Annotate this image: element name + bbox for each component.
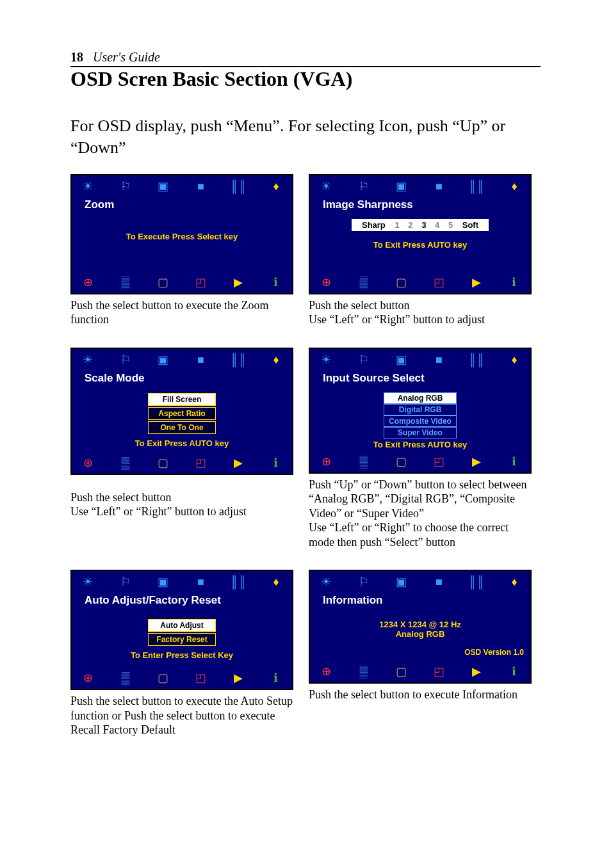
scale-2: 2	[408, 220, 412, 230]
pattern-icon: ▒	[353, 454, 375, 469]
osd-hint: To Exit Press AUTO key	[310, 240, 530, 250]
info-icon: ℹ	[265, 671, 287, 685]
sharp-right-label: Soft	[462, 220, 478, 230]
diamond-icon: ♦	[503, 575, 525, 589]
zoom-in-icon: ⊕	[77, 456, 99, 470]
grid-icon: ◰	[190, 275, 211, 289]
mode-text: Analog RGB	[310, 629, 530, 639]
play-icon: ▶	[466, 664, 487, 679]
screen-icon: ■	[428, 575, 450, 589]
osd-hint: To Exit Press AUTO key	[310, 440, 530, 449]
window-icon: ▣	[391, 179, 412, 193]
scale-1: 1	[395, 220, 399, 230]
window-icon: ▣	[391, 575, 412, 589]
option-analog-rgb[interactable]: Analog RGB	[384, 392, 457, 404]
osd-title: Auto Adjust/Factory Reset	[72, 591, 292, 612]
flag-icon: ⚐	[353, 353, 375, 367]
pattern-icon: ▒	[353, 275, 375, 289]
sharp-left-label: Sharp	[362, 220, 386, 230]
osd-hint: To Execute Press Select key	[72, 232, 292, 241]
info-icon: ℹ	[503, 275, 525, 289]
square-icon: ▢	[152, 671, 174, 685]
screen-icon: ■	[190, 353, 211, 367]
bottom-icon-bar: ⊕ ▒ ▢ ◰ ▶ ℹ	[310, 452, 530, 472]
top-icon-bar: ☀ ⚐ ▣ ■ ║║ ♦	[310, 571, 530, 591]
flag-icon: ⚐	[353, 575, 375, 589]
top-icon-bar: ☀ ⚐ ▣ ■ ║║ ♦	[72, 349, 292, 369]
flag-icon: ⚐	[115, 179, 136, 193]
option-aspect-ratio[interactable]: Aspect Ratio	[148, 407, 216, 420]
pattern-icon: ▒	[115, 671, 136, 685]
info-icon: ℹ	[503, 454, 525, 469]
info-caption: Push the select button to execute Inform…	[309, 687, 532, 702]
option-fill-screen[interactable]: Fill Screen	[148, 393, 216, 406]
info-icon: ℹ	[265, 275, 287, 289]
play-icon: ▶	[466, 454, 487, 469]
square-icon: ▢	[391, 275, 412, 289]
square-icon: ▢	[152, 275, 174, 289]
option-super-video[interactable]: Super Video	[384, 427, 457, 438]
osd-title: Input Source Select	[310, 369, 530, 390]
zoom-caption: Push the select button to execute the Zo…	[70, 298, 293, 327]
bars-icon: ║║	[227, 353, 249, 367]
bottom-icon-bar: ⊕ ▒ ▢ ◰ ▶ ℹ	[310, 273, 530, 293]
option-digital-rgb[interactable]: Digital RGB	[384, 404, 457, 415]
osd-version: OSD Version 1.0	[310, 648, 530, 657]
info-icon: ℹ	[503, 664, 525, 679]
option-factory-reset[interactable]: Factory Reset	[148, 633, 216, 646]
square-icon: ▢	[391, 454, 412, 469]
play-icon: ▶	[227, 456, 249, 470]
brightness-icon: ☀	[315, 353, 337, 367]
play-icon: ▶	[466, 275, 487, 289]
osd-hint: To Enter Press Select Key	[72, 650, 292, 660]
osd-input-panel: ☀ ⚐ ▣ ■ ║║ ♦ Input Source Select Analog …	[309, 348, 532, 474]
diamond-icon: ♦	[265, 575, 287, 589]
play-icon: ▶	[227, 275, 249, 289]
grid-icon: ◰	[428, 454, 450, 469]
osd-auto-panel: ☀ ⚐ ▣ ■ ║║ ♦ Auto Adjust/Factory Reset A…	[70, 570, 293, 690]
running-header: 18 User's Guide	[70, 50, 541, 67]
grid-icon: ◰	[428, 275, 450, 289]
diamond-icon: ♦	[503, 353, 525, 367]
scale-caption: Push the select button Use “Left” or “Ri…	[70, 490, 293, 519]
window-icon: ▣	[152, 179, 174, 193]
sharpness-slider[interactable]: Sharp 1 2 3 4 5 Soft	[352, 219, 489, 231]
option-one-to-one[interactable]: One To One	[148, 421, 216, 434]
zoom-in-icon: ⊕	[77, 275, 99, 289]
top-icon-bar: ☀ ⚐ ▣ ■ ║║ ♦	[72, 571, 292, 591]
brightness-icon: ☀	[77, 179, 99, 193]
osd-sharpness-panel: ☀ ⚐ ▣ ■ ║║ ♦ Image Sharpness Sharp 1 2 3…	[309, 174, 532, 294]
flag-icon: ⚐	[115, 353, 136, 367]
page-number: 18	[70, 50, 83, 64]
window-icon: ▣	[391, 353, 412, 367]
diamond-icon: ♦	[503, 179, 525, 193]
grid-icon: ◰	[190, 671, 211, 685]
window-icon: ▣	[152, 353, 174, 367]
screen-icon: ■	[190, 575, 211, 589]
bars-icon: ║║	[227, 179, 249, 193]
option-auto-adjust[interactable]: Auto Adjust	[148, 619, 216, 632]
diamond-icon: ♦	[265, 353, 287, 367]
pattern-icon: ▒	[353, 664, 375, 679]
brightness-icon: ☀	[315, 575, 337, 589]
bottom-icon-bar: ⊕ ▒ ▢ ◰ ▶ ℹ	[72, 668, 292, 689]
section-title: OSD Scren Basic Section (VGA)	[70, 67, 541, 91]
top-icon-bar: ☀ ⚐ ▣ ■ ║║ ♦	[310, 349, 530, 369]
square-icon: ▢	[152, 456, 174, 470]
zoom-in-icon: ⊕	[77, 671, 99, 685]
osd-scale-panel: ☀ ⚐ ▣ ■ ║║ ♦ Scale Mode Fill Screen Aspe…	[70, 348, 293, 475]
bars-icon: ║║	[466, 353, 487, 367]
pattern-icon: ▒	[115, 456, 136, 470]
bars-icon: ║║	[227, 575, 249, 589]
bars-icon: ║║	[466, 575, 487, 589]
osd-info-panel: ☀ ⚐ ▣ ■ ║║ ♦ Information 1234 X 1234 @ 1…	[309, 570, 532, 684]
intro-text: For OSD display, push “Menu”. For select…	[70, 115, 541, 159]
flag-icon: ⚐	[353, 179, 375, 193]
option-composite-video[interactable]: Composite Video	[384, 415, 457, 427]
scale-3: 3	[421, 220, 426, 230]
square-icon: ▢	[391, 664, 412, 679]
zoom-in-icon: ⊕	[315, 664, 337, 679]
bars-icon: ║║	[466, 179, 487, 193]
diamond-icon: ♦	[265, 179, 287, 193]
brightness-icon: ☀	[77, 353, 99, 367]
